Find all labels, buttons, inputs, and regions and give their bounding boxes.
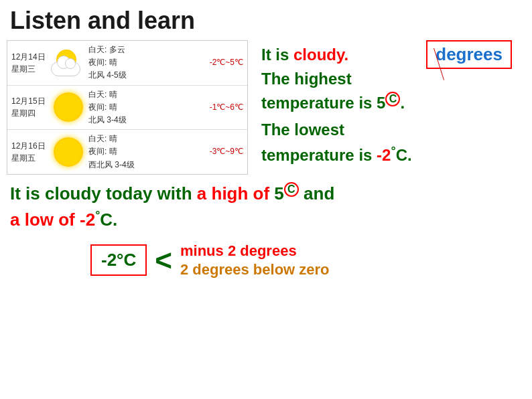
table-row: 12月14日 星期三 白天: 多云 夜间: 晴 北风 4-5级 -2℃~5℃ [7,41,247,86]
degree-circle-summary-high: C [284,182,299,197]
degree-symbol-summary: ° [95,208,100,222]
weather-temp: -2℃~5℃ [200,56,243,69]
weather-desc: 白天: 晴 夜间: 晴 西北风 3-4级 [88,133,200,171]
summary-low-val: -2 [80,210,95,230]
degree-circle-high: C [385,92,400,106]
page-title: Listen and learn [0,0,532,40]
weather-temp: -3℃~9℃ [200,145,243,158]
weather-table: 12月14日 星期三 白天: 多云 夜间: 晴 北风 4-5级 -2℃~5℃ 1 [7,40,248,175]
summary-low-label: a low of [10,210,75,230]
minus-section: -2°C < minus 2 degrees 2 degrees below z… [10,242,522,278]
degree-symbol-low: ° [391,144,395,157]
table-row: 12月15日 星期四 白天: 晴 夜间: 晴 北风 3-4级 -1℃~6℃ [7,86,247,131]
main-area: 12月14日 星期三 白天: 多云 夜间: 晴 北风 4-5级 -2℃~5℃ 1 [0,40,532,175]
bottom-section: It is cloudy today with a high of 5C and… [0,175,532,278]
summary-high-label: a high of [197,183,269,204]
less-than-symbol: < [155,246,172,275]
minus-labels: minus 2 degrees 2 degrees below zero [180,242,330,278]
table-row: 12月16日 星期五 白天: 晴 夜间: 晴 西北风 3-4级 -3℃~9℃ [7,130,247,174]
right-text-area: degrees It is cloudy. The highest temper… [255,40,525,175]
weather-icon-sun2 [48,137,88,167]
weather-icon-cloudy [48,50,88,76]
sentence-5-minus: -2 [377,146,391,164]
degrees-arrow [422,48,462,82]
sentence-3: temperature is 5C. [261,94,405,112]
sentence-5-c: C [396,146,407,164]
weather-date: 12月14日 星期三 [11,51,48,75]
sentence-highest: The highest temperature is 5C. [261,67,525,115]
weather-date: 12月16日 星期五 [11,140,48,164]
minus-box: -2°C [90,244,147,276]
sentence-2: The highest [261,70,352,88]
sentence-4: The lowest [261,121,344,139]
svg-line-0 [434,48,444,80]
minus-label-1: minus 2 degrees [180,242,330,260]
weather-desc: 白天: 晴 夜间: 晴 北风 3-4级 [88,88,200,127]
weather-desc: 白天: 多云 夜间: 晴 北风 4-5级 [88,44,200,82]
weather-date: 12月15日 星期四 [11,95,48,119]
weather-temp: -1℃~6℃ [200,101,243,114]
sentence-1-before: It is [261,46,293,64]
sentence-1-red: cloudy. [293,46,348,64]
summary-sentence: It is cloudy today with a high of 5C and… [10,181,522,233]
weather-icon-sun [48,92,88,122]
sentence-lowest: The lowest temperature is -2°C. [261,118,525,167]
sentence-5: temperature is -2°C. [261,146,412,164]
minus-label-2: 2 degrees below zero [180,261,330,278]
